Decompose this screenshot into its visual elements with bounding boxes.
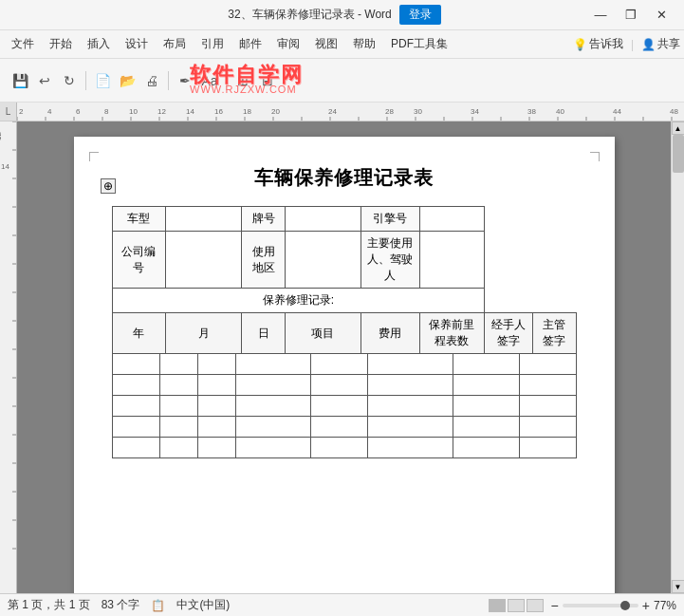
print-button[interactable]: 🖨 [140,69,163,92]
cell-cartype-value[interactable] [166,207,242,232]
cell-plate-label: 牌号 [242,207,285,232]
cell-engine-value[interactable] [419,207,484,232]
cell-cost[interactable] [310,396,367,417]
redo-button[interactable]: ↻ [58,69,81,92]
cell-mileage[interactable] [367,354,453,375]
cell-project[interactable] [235,375,310,396]
cell-manager-sig[interactable] [519,417,576,438]
cell-cost[interactable] [310,438,367,458]
cell-project[interactable] [235,417,310,438]
minimize-button[interactable]: — [585,0,616,30]
table-move-handle[interactable]: ⊕ [101,178,116,194]
scroll-track[interactable] [672,135,685,580]
undo-button[interactable]: ↩ [33,69,56,92]
scroll-down-button[interactable]: ▼ [672,580,685,593]
menu-review[interactable]: 审阅 [269,32,307,56]
menu-help[interactable]: 帮助 [345,32,383,56]
zoom-slider-thumb[interactable] [620,601,630,610]
open-button[interactable]: 📂 [116,69,139,92]
language: 中文(中国) [176,597,230,613]
cell-cost[interactable] [310,354,367,375]
toolbar-sep2 [168,71,169,90]
table-row [112,354,576,375]
cell-manager-sig[interactable] [519,396,576,417]
table-row [112,438,576,458]
cell-year[interactable] [112,438,159,458]
cell-day[interactable] [197,417,235,438]
table-row [112,396,576,417]
cell-plate-value[interactable] [285,207,360,232]
format-button[interactable]: ✒ [174,69,196,92]
tell-me-span[interactable]: 💡 告诉我 [573,36,623,52]
cell-project[interactable] [235,354,310,375]
menu-design[interactable]: 设计 [118,32,156,56]
menu-mailings[interactable]: 邮件 [231,32,269,56]
scroll-thumb[interactable] [673,135,684,173]
cell-region-value[interactable] [285,232,360,289]
cell-mileage[interactable] [367,396,453,417]
close-button[interactable]: ✕ [646,0,676,30]
cell-month-header: 月 [166,313,242,354]
cell-day[interactable] [197,375,235,396]
menu-references[interactable]: 引用 [194,32,231,56]
login-button[interactable]: 登录 [399,5,441,25]
menu-home[interactable]: 开始 [42,32,80,56]
document-heading: 车辆保养修理记录表 [112,165,577,191]
custom-btn2[interactable]: ⊟ [256,69,279,92]
view-web-icon[interactable] [508,599,525,612]
cell-cost-header: 费用 [360,313,419,354]
cell-month[interactable] [159,417,197,438]
view-read-icon[interactable] [527,599,544,612]
cell-mileage[interactable] [367,438,453,458]
save-button[interactable]: 💾 [9,69,31,92]
menu-insert[interactable]: 插入 [80,32,118,56]
cell-day[interactable] [197,354,235,375]
menu-view[interactable]: 视图 [307,32,345,56]
menu-file[interactable]: 文件 [4,32,42,56]
cell-cost[interactable] [310,375,367,396]
cell-memo[interactable]: 保养修理记录: [112,289,485,313]
cell-project[interactable] [235,438,310,458]
status-bar: 第 1 页，共 1 页 83 个字 📋 中文(中国) − + 77% [0,593,684,616]
view-print-icon[interactable] [489,599,506,612]
cell-mileage[interactable] [367,417,453,438]
cell-driver-label: 主要使用人、驾驶人 [360,232,419,289]
cell-driver-value[interactable] [419,232,484,289]
zoom-minus-button[interactable]: − [551,598,559,613]
cell-mileage[interactable] [367,375,453,396]
share-span[interactable]: 👤 共享 [641,36,680,52]
cell-signature[interactable] [453,417,519,438]
menu-layout[interactable]: 布局 [156,32,194,56]
cell-month[interactable] [159,438,197,458]
menu-pdf[interactable]: PDF工具集 [383,32,455,56]
cell-month[interactable] [159,396,197,417]
cell-signature[interactable] [453,375,519,396]
cell-manager-sig[interactable] [519,438,576,458]
cell-manager-sig[interactable] [519,375,576,396]
zoom-plus-button[interactable]: + [642,598,650,613]
cell-month[interactable] [159,354,197,375]
cell-year[interactable] [112,417,159,438]
svg-text:30: 30 [414,107,422,116]
new-button[interactable]: 📄 [91,69,114,92]
cell-signature[interactable] [453,354,519,375]
restore-button[interactable]: ❐ [616,0,646,30]
cell-manager-sig[interactable] [519,354,576,375]
cell-day[interactable] [197,396,235,417]
svg-text:18: 18 [243,107,251,116]
cell-signature[interactable] [453,438,519,458]
cell-signature[interactable] [453,396,519,417]
cell-year[interactable] [112,354,159,375]
cell-cartype-label: 车型 [112,207,166,232]
custom-btn1[interactable]: ⊞ [231,69,254,92]
cell-year[interactable] [112,375,159,396]
cell-cost[interactable] [310,417,367,438]
cell-day[interactable] [197,438,235,458]
zoom-slider[interactable] [563,604,638,607]
cell-month[interactable] [159,375,197,396]
scroll-up-button[interactable]: ▲ [672,121,685,135]
style-button[interactable]: Aa [198,69,221,92]
cell-project[interactable] [235,396,310,417]
cell-year[interactable] [112,396,159,417]
cell-companyno-value[interactable] [166,232,242,289]
